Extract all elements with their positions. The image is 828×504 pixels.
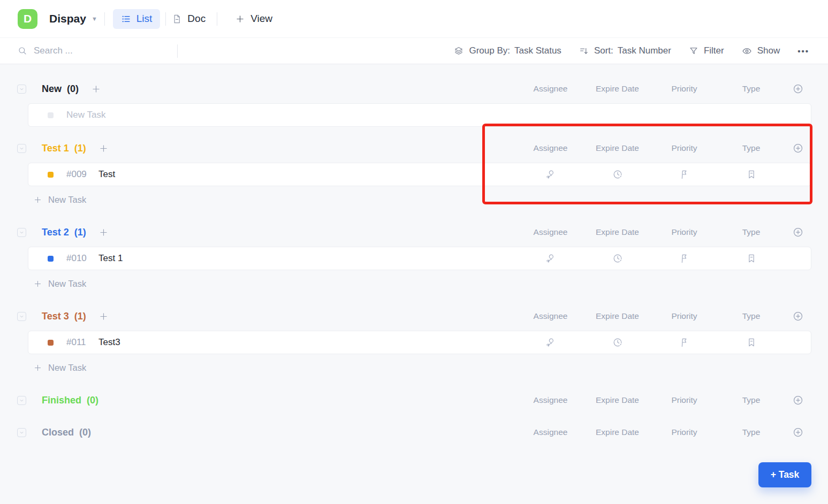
clock-icon [612, 169, 623, 180]
column-header-type[interactable]: Type [742, 311, 761, 321]
search-box[interactable] [18, 45, 177, 56]
column-header-expire-date[interactable]: Expire Date [596, 395, 639, 405]
add-task-to-group-button[interactable] [91, 84, 101, 94]
task-row[interactable]: #009 Test [28, 163, 811, 186]
add-task-button[interactable]: + Task [758, 462, 811, 487]
column-header-assignee[interactable]: Assignee [534, 311, 568, 321]
divider [104, 12, 105, 26]
task-title[interactable]: Test 1 [98, 253, 123, 264]
task-row[interactable]: #011 Test3 [28, 331, 811, 354]
show-button[interactable]: Show [742, 45, 780, 56]
column-header-expire-date[interactable]: Expire Date [596, 227, 639, 237]
column-header-type[interactable]: Type [742, 227, 761, 237]
plus-icon [33, 279, 42, 288]
column-header-type[interactable]: Type [742, 143, 761, 153]
collapse-group-button[interactable] [17, 85, 26, 94]
chevron-down-icon [19, 430, 25, 436]
add-view-label: View [250, 13, 272, 25]
group-name[interactable]: New [42, 83, 62, 95]
type-cell[interactable] [718, 169, 785, 180]
new-task-link[interactable]: New Task [33, 278, 86, 289]
add-task-to-group-button[interactable] [98, 143, 109, 154]
assignee-cell[interactable] [517, 169, 584, 180]
group-name[interactable]: Closed [42, 427, 74, 438]
priority-cell[interactable] [651, 169, 718, 180]
collapse-group-button[interactable] [17, 228, 26, 237]
column-header-priority[interactable]: Priority [671, 427, 697, 437]
group-name[interactable]: Finished [42, 395, 81, 406]
column-header-priority[interactable]: Priority [671, 395, 697, 405]
column-header-type[interactable]: Type [742, 395, 761, 405]
expire-date-cell[interactable] [584, 253, 651, 264]
add-column-button[interactable] [785, 143, 811, 154]
add-column-button[interactable] [785, 395, 811, 406]
tab-doc[interactable]: Doc [172, 13, 206, 25]
new-task-link[interactable]: New Task [33, 362, 86, 373]
task-status-dot [48, 256, 54, 262]
project-switcher[interactable]: Dispay ▼ [49, 12, 97, 25]
bookmark-icon [746, 169, 757, 180]
new-task-link-label: New Task [48, 363, 86, 373]
column-header-type[interactable]: Type [742, 84, 761, 94]
priority-cell[interactable] [651, 337, 718, 348]
column-header-assignee[interactable]: Assignee [534, 143, 568, 153]
column-header-expire-date[interactable]: Expire Date [596, 84, 639, 94]
new-task-link[interactable]: New Task [33, 194, 86, 205]
add-task-to-group-button[interactable] [98, 227, 109, 238]
column-header-priority[interactable]: Priority [671, 227, 697, 237]
collapse-group-button[interactable] [17, 144, 26, 153]
group-by-button[interactable]: Group By: Task Status [454, 45, 561, 56]
sort-button[interactable]: Sort: Task Number [579, 45, 671, 56]
new-task-inline-row[interactable]: New Task [28, 103, 811, 127]
flag-icon [679, 253, 690, 264]
group-name[interactable]: Test 1 [42, 143, 69, 154]
column-header-priority[interactable]: Priority [671, 143, 697, 153]
collapse-group-button[interactable] [17, 312, 26, 321]
expire-date-cell[interactable] [584, 337, 651, 348]
task-group-closed: Closed (0) Assignee Expire Date Priority… [17, 425, 811, 440]
group-name[interactable]: Test 3 [42, 311, 69, 322]
add-column-button[interactable] [785, 311, 811, 322]
search-input[interactable] [34, 45, 157, 56]
add-view-button[interactable]: View [235, 13, 272, 25]
add-column-button[interactable] [785, 83, 811, 94]
assignee-cell[interactable] [517, 337, 584, 348]
tab-list[interactable]: List [113, 9, 161, 29]
chevron-down-icon [19, 230, 25, 235]
column-header-expire-date[interactable]: Expire Date [596, 143, 639, 153]
column-header-expire-date[interactable]: Expire Date [596, 311, 639, 321]
task-status-dot [48, 172, 54, 178]
column-header-priority[interactable]: Priority [671, 311, 697, 321]
task-number: #010 [66, 253, 92, 264]
new-task-link-label: New Task [48, 195, 86, 205]
project-logo[interactable]: D [18, 9, 37, 29]
column-header-assignee[interactable]: Assignee [534, 84, 568, 94]
assignee-cell[interactable] [517, 253, 584, 264]
column-header-assignee[interactable]: Assignee [534, 395, 568, 405]
task-group-test-2: Test 2 (1) Assignee Expire Date Priority… [17, 225, 811, 289]
assignee-add-icon [545, 337, 556, 348]
add-task-to-group-button[interactable] [98, 311, 109, 322]
task-title[interactable]: Test [98, 169, 115, 180]
type-cell[interactable] [718, 253, 785, 264]
more-options-button[interactable]: ••• [797, 47, 809, 56]
type-cell[interactable] [718, 337, 785, 348]
expire-date-cell[interactable] [584, 169, 651, 180]
collapse-group-button[interactable] [17, 428, 26, 437]
task-row[interactable]: #010 Test 1 [28, 247, 811, 270]
add-column-button[interactable] [785, 227, 811, 238]
divider [217, 12, 217, 26]
column-header-assignee[interactable]: Assignee [534, 427, 568, 437]
eye-icon [742, 46, 752, 56]
priority-cell[interactable] [651, 253, 718, 264]
group-name[interactable]: Test 2 [42, 227, 69, 238]
plus-icon [98, 143, 109, 154]
column-header-assignee[interactable]: Assignee [534, 227, 568, 237]
task-title[interactable]: Test3 [98, 337, 120, 348]
column-header-type[interactable]: Type [742, 427, 761, 437]
add-column-button[interactable] [785, 427, 811, 438]
filter-button[interactable]: Filter [689, 45, 724, 56]
column-header-expire-date[interactable]: Expire Date [596, 427, 639, 437]
column-header-priority[interactable]: Priority [671, 84, 697, 94]
collapse-group-button[interactable] [17, 396, 26, 405]
